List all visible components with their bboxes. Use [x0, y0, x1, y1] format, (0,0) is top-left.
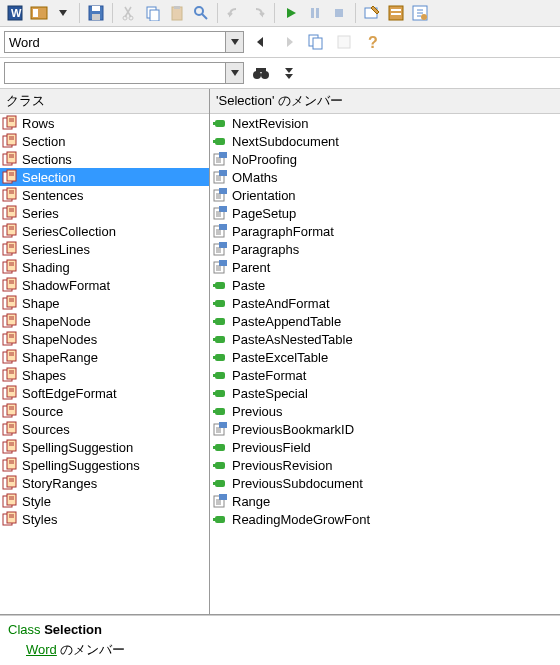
member-item[interactable]: PreviousSubdocument	[210, 474, 560, 492]
class-item-label: Styles	[22, 512, 57, 527]
copy-icon[interactable]	[142, 2, 164, 24]
member-item[interactable]: PreviousBookmarkID	[210, 420, 560, 438]
svg-line-15	[202, 14, 207, 19]
class-item[interactable]: ShadowFormat	[0, 276, 209, 294]
class-item[interactable]: Shading	[0, 258, 209, 276]
method-icon	[212, 367, 228, 383]
svg-rect-176	[213, 518, 217, 521]
class-item-label: Series	[22, 206, 59, 221]
member-item[interactable]: PageSetup	[210, 204, 560, 222]
member-item[interactable]: PasteExcelTable	[210, 348, 560, 366]
class-item[interactable]: Sources	[0, 420, 209, 438]
chevron-down-icon[interactable]	[225, 32, 243, 52]
member-item-label: NoProofing	[232, 152, 297, 167]
class-item[interactable]: Style	[0, 492, 209, 510]
run-icon[interactable]	[280, 2, 302, 24]
project-window-icon[interactable]	[28, 2, 50, 24]
member-item[interactable]: PreviousRevision	[210, 456, 560, 474]
class-item[interactable]: ShapeNodes	[0, 330, 209, 348]
member-item[interactable]: Range	[210, 492, 560, 510]
class-item[interactable]: Series	[0, 204, 209, 222]
svg-rect-142	[219, 206, 227, 212]
method-icon	[212, 331, 228, 347]
svg-rect-154	[213, 320, 217, 323]
class-item-label: Rows	[22, 116, 55, 131]
class-item[interactable]: ShapeRange	[0, 348, 209, 366]
properties-window-icon[interactable]	[409, 2, 431, 24]
find-icon[interactable]	[190, 2, 212, 24]
method-icon	[212, 457, 228, 473]
detail-library-link[interactable]: Word	[26, 642, 57, 657]
save-icon[interactable]	[85, 2, 107, 24]
class-item-label: Shapes	[22, 368, 66, 383]
member-item[interactable]: PasteFormat	[210, 366, 560, 384]
binoculars-search-icon[interactable]	[250, 62, 272, 84]
help-icon[interactable]: ?	[362, 31, 384, 53]
member-item[interactable]: ParagraphFormat	[210, 222, 560, 240]
expand-collapse-icon[interactable]	[278, 62, 300, 84]
class-item[interactable]: Sentences	[0, 186, 209, 204]
copy-to-clipboard-icon[interactable]	[306, 31, 328, 53]
class-item[interactable]: SeriesCollection	[0, 222, 209, 240]
class-item-label: ShapeNodes	[22, 332, 97, 347]
class-item[interactable]: SoftEdgeFormat	[0, 384, 209, 402]
member-item[interactable]: PasteAndFormat	[210, 294, 560, 312]
library-combo[interactable]: Word	[4, 31, 244, 53]
member-item[interactable]: OMaths	[210, 168, 560, 186]
svg-rect-164	[213, 410, 217, 413]
class-item-label: SeriesLines	[22, 242, 90, 257]
class-icon	[2, 511, 18, 527]
member-item[interactable]: PasteAppendTable	[210, 312, 560, 330]
class-item[interactable]: Shapes	[0, 366, 209, 384]
member-item-label: Paste	[232, 278, 265, 293]
class-item[interactable]: Selection	[0, 168, 209, 186]
member-item[interactable]: ReadingModeGrowFont	[210, 510, 560, 528]
member-item-label: PasteFormat	[232, 368, 306, 383]
svg-point-35	[261, 71, 269, 79]
dropdown-arrow-icon[interactable]	[52, 2, 74, 24]
member-item[interactable]: NextSubdocument	[210, 132, 560, 150]
member-item[interactable]: Parent	[210, 258, 560, 276]
svg-rect-23	[391, 13, 401, 15]
design-mode-icon[interactable]	[361, 2, 383, 24]
class-item[interactable]: SpellingSuggestion	[0, 438, 209, 456]
class-item[interactable]: SeriesLines	[0, 240, 209, 258]
member-item[interactable]: Paste	[210, 276, 560, 294]
member-item[interactable]: NoProofing	[210, 150, 560, 168]
project-explorer-icon[interactable]	[385, 2, 407, 24]
class-item[interactable]: Source	[0, 402, 209, 420]
class-item[interactable]: Sections	[0, 150, 209, 168]
member-item-label: PasteSpecial	[232, 386, 308, 401]
member-item[interactable]: Previous	[210, 402, 560, 420]
member-item-label: Previous	[232, 404, 283, 419]
members-list[interactable]: NextRevisionNextSubdocumentNoProofingOMa…	[210, 114, 560, 614]
svg-rect-172	[213, 482, 217, 485]
svg-rect-174	[219, 494, 227, 500]
method-icon	[212, 403, 228, 419]
member-item-label: Paragraphs	[232, 242, 299, 257]
member-item-label: PreviousBookmarkID	[232, 422, 354, 437]
class-item[interactable]: Section	[0, 132, 209, 150]
word-app-icon[interactable]: W	[4, 2, 26, 24]
class-item[interactable]: Rows	[0, 114, 209, 132]
class-item[interactable]: SpellingSuggestions	[0, 456, 209, 474]
search-combo[interactable]	[4, 62, 244, 84]
class-item[interactable]: StoryRanges	[0, 474, 209, 492]
member-item-label: PasteAndFormat	[232, 296, 330, 311]
chevron-down-icon[interactable]	[225, 63, 243, 83]
member-item[interactable]: Orientation	[210, 186, 560, 204]
class-item[interactable]: Styles	[0, 510, 209, 528]
member-item-label: PreviousSubdocument	[232, 476, 363, 491]
go-back-icon[interactable]	[250, 31, 272, 53]
member-item[interactable]: PreviousField	[210, 438, 560, 456]
classes-list[interactable]: RowsSectionSectionsSelectionSentencesSer…	[0, 114, 209, 614]
detail-class-label: Class	[8, 622, 41, 637]
svg-rect-132	[213, 122, 217, 125]
member-item[interactable]: PasteAsNestedTable	[210, 330, 560, 348]
member-item[interactable]: Paragraphs	[210, 240, 560, 258]
svg-rect-146	[219, 242, 227, 248]
member-item[interactable]: PasteSpecial	[210, 384, 560, 402]
member-item[interactable]: NextRevision	[210, 114, 560, 132]
class-item[interactable]: ShapeNode	[0, 312, 209, 330]
class-item[interactable]: Shape	[0, 294, 209, 312]
